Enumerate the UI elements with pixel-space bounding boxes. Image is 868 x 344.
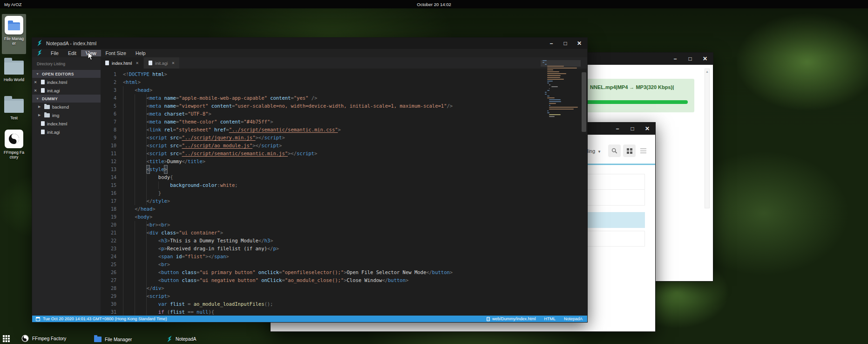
code-line[interactable]: 29 <script> <box>101 292 587 300</box>
code-line[interactable]: 18 </head> <box>101 205 587 213</box>
tab-index-html[interactable]: index.html✕ <box>101 57 143 69</box>
desktop: –□✕ NNEL.mp4|MP4 → MP3(320 Kbps)| ▲ –□✕ … <box>0 0 868 344</box>
menu-file[interactable]: File <box>46 50 63 56</box>
maximize-button[interactable]: □ <box>628 123 637 135</box>
line-number: 7 <box>101 118 116 126</box>
code-line[interactable]: 14 body{ <box>101 173 587 181</box>
desktop-icon-label: Test <box>1 116 27 120</box>
sidebar-item-index-html[interactable]: index.html <box>32 119 101 128</box>
code-line[interactable]: 10 <script src="../script/ao_module.js">… <box>101 142 587 150</box>
menu-view[interactable]: View <box>81 50 101 56</box>
chevron-down-icon: ▼ <box>36 72 40 76</box>
search-button[interactable] <box>608 144 621 157</box>
editor-scrollbar[interactable] <box>582 72 586 132</box>
desktop-icon-file-manager[interactable]: File Manager <box>1 16 27 46</box>
status-language: HTML <box>544 316 556 321</box>
minimap-line <box>545 94 547 95</box>
menu-edit[interactable]: Edit <box>63 50 81 56</box>
close-icon[interactable]: ✕ <box>136 61 139 65</box>
code-line[interactable]: 7 <meta name="theme-color" content="#4b7… <box>101 118 587 126</box>
maximize-button[interactable]: □ <box>561 37 570 49</box>
line-number: 18 <box>101 205 116 213</box>
code-line[interactable]: 8 <link rel="stylesheet" href="../script… <box>101 126 587 134</box>
code-line[interactable]: 13 <style> <box>101 165 587 173</box>
line-number: 6 <box>101 110 116 118</box>
folder-blue-icon <box>8 22 20 30</box>
tab-init-agi[interactable]: init.agi✕ <box>144 57 179 69</box>
code-lines[interactable]: 1<!DOCTYPE html>2<html>3 <head>4 <meta n… <box>101 70 587 316</box>
code-line[interactable]: 21 <div class="ui container"> <box>101 229 587 237</box>
code-line[interactable]: 25 <br> <box>101 261 587 268</box>
code-line[interactable]: 24 <span id="flist"></span> <box>101 253 587 261</box>
minimap-line <box>549 105 550 106</box>
line-number: 19 <box>101 213 116 221</box>
minimap-line <box>545 92 547 93</box>
sidebar-item-init-agi[interactable]: init.agi <box>32 128 101 136</box>
close-icon[interactable]: ✕ <box>32 89 39 93</box>
sidebar-item-init-agi[interactable]: ✕init.agi <box>32 86 101 95</box>
taskbar-item-notepada[interactable]: NotepadA <box>167 336 196 342</box>
minimap-line <box>542 62 544 63</box>
code-line[interactable]: 19 <body> <box>101 213 587 221</box>
menu-font-size[interactable]: Font Size <box>101 50 131 56</box>
line-number: 12 <box>101 158 116 165</box>
taskbar-item-file-manager[interactable]: File Manager <box>94 337 132 342</box>
code-line[interactable]: 28 </div> <box>101 284 587 292</box>
sidebar-item-backend[interactable]: ▶backend <box>32 103 101 111</box>
list-view-button[interactable] <box>637 144 650 157</box>
code-line[interactable]: 12 <title>Dummy</title> <box>101 158 587 165</box>
code-line[interactable]: 26 <button class="ui primary button" onc… <box>101 268 587 276</box>
desktop-icon-hello-world-folder[interactable]: Hello World <box>1 57 27 82</box>
minimap-line <box>547 90 549 91</box>
code-line[interactable]: 1<!DOCTYPE html> <box>101 70 587 78</box>
file-icon <box>487 317 490 321</box>
sidebar-item-index-html[interactable]: ✕index.html <box>32 78 101 86</box>
taskbar-item-ffmpeg-factory[interactable]: FFmpeg Factory <box>21 335 66 342</box>
minimap-line <box>547 66 564 67</box>
notepada-window: NotepadA - index.html –□✕ FileEditViewFo… <box>32 37 588 323</box>
desktop-icon-label: Hello World <box>1 77 27 82</box>
minimize-button[interactable]: – <box>671 53 679 65</box>
sidebar: Directory Listing ▼OPEN EDITORS✕index.ht… <box>32 57 101 316</box>
maximize-button[interactable]: □ <box>686 53 694 65</box>
code-line[interactable]: 6 <meta charset="UTF-8"> <box>101 110 587 118</box>
minimap[interactable] <box>542 60 579 122</box>
code-line[interactable]: 3 <head> <box>101 86 587 94</box>
close-icon[interactable]: ✕ <box>171 61 175 65</box>
code-line[interactable]: 23 <p>Received drag-in filelist (if any)… <box>101 245 587 253</box>
close-icon[interactable]: ✕ <box>32 80 39 84</box>
close-button[interactable]: ✕ <box>575 37 583 49</box>
code-line[interactable]: 17 </style> <box>101 197 587 205</box>
code-line[interactable]: 27 <button class="ui negative button" on… <box>101 276 587 284</box>
code-line[interactable]: 20 <br><br> <box>101 221 587 229</box>
code-line[interactable]: 16 } <box>101 189 587 197</box>
sidebar-section-dummy[interactable]: ▼DUMMY <box>32 95 101 103</box>
code-line[interactable]: 22 <h3>This is a Dummy Testing Module</h… <box>101 237 587 245</box>
sidebar-section-open-editors[interactable]: ▼OPEN EDITORS <box>32 70 101 78</box>
minimize-button[interactable]: – <box>547 37 556 49</box>
code-line[interactable]: 11 <script src="../script/semantic/seman… <box>101 150 587 158</box>
code-line[interactable]: 9 <script src="../script/jquery.min.js">… <box>101 134 587 142</box>
code-line[interactable]: 30 var flist = ao_module_loadInputFiles(… <box>101 300 587 308</box>
code-line[interactable]: 4 <meta name="apple-mobile-web-app-capab… <box>101 94 587 102</box>
taskbar-item-app-launcher[interactable] <box>3 335 10 342</box>
desktop-icon-label: File Manager <box>3 36 25 46</box>
line-number: 31 <box>101 308 116 316</box>
menu-help[interactable]: Help <box>131 50 150 56</box>
code-line[interactable]: 15 background-color:white; <box>101 181 587 189</box>
desktop-icon-ffmpeg-factory[interactable]: FFmpeg Factory <box>1 130 27 159</box>
minimize-button[interactable]: – <box>613 123 622 135</box>
desktop-icon-test-folder[interactable]: Test <box>1 95 27 120</box>
close-button[interactable]: ✕ <box>701 53 709 65</box>
aroz-menu[interactable]: My ArOZ <box>0 2 21 7</box>
code-line[interactable]: 2<html> <box>101 78 587 86</box>
close-button[interactable]: ✕ <box>643 123 651 135</box>
notepada-titlebar[interactable]: NotepadA - index.html –□✕ <box>32 38 587 49</box>
code-line[interactable]: 31 if (flist == null){ <box>101 308 587 316</box>
scroll-up-icon[interactable]: ▲ <box>705 70 709 73</box>
code-line[interactable]: 5 <meta name="viewport" content="user-sc… <box>101 102 587 110</box>
grid-view-button[interactable] <box>623 144 636 157</box>
ffmpeg-scrollbar[interactable]: ▲ <box>705 69 710 208</box>
sidebar-item-img[interactable]: ▶img <box>32 111 101 119</box>
sidebar-item-label: backend <box>52 104 69 110</box>
